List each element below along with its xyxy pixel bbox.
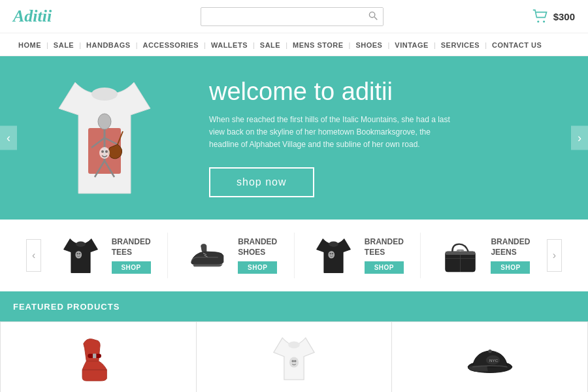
svg-point-19 xyxy=(79,253,80,254)
carousel-item-1-img xyxy=(58,233,104,278)
nav-vintage[interactable]: VINTAGE xyxy=(389,33,434,57)
nav-services[interactable]: SERVICES xyxy=(436,33,485,57)
hero-tshirt xyxy=(46,76,163,200)
nav-handbags[interactable]: HANDBAGS xyxy=(81,33,136,57)
svg-point-6 xyxy=(98,114,111,129)
hero-title: welcome to aditii xyxy=(209,78,562,106)
carousel-item-2-name: BRANDEDSHOES xyxy=(238,237,277,257)
featured-item-2-image xyxy=(268,332,320,387)
carousel-item-4-shop-btn[interactable]: SHOP xyxy=(491,261,530,274)
nav-home[interactable]: HOME xyxy=(13,33,46,57)
search-input[interactable] xyxy=(201,8,363,25)
carousel-item-4-info: BRANDEDJEENS SHOP xyxy=(491,237,530,274)
search-button[interactable] xyxy=(363,8,383,25)
svg-point-2 xyxy=(537,20,539,22)
svg-point-35 xyxy=(289,357,299,368)
carousel-item-3-info: BRANDEDTEES SHOP xyxy=(365,237,404,274)
nav-sale-1[interactable]: SALE xyxy=(48,33,79,57)
svg-rect-31 xyxy=(446,252,476,255)
svg-point-17 xyxy=(76,251,82,258)
tee-icon-2 xyxy=(312,235,355,277)
search-icon xyxy=(368,11,378,20)
cart-area[interactable]: $300 xyxy=(532,9,575,24)
svg-point-25 xyxy=(332,253,333,254)
nav-mens-store[interactable]: MENS STORE xyxy=(287,33,349,57)
hero-arrow-right[interactable]: › xyxy=(571,126,588,150)
svg-point-37 xyxy=(294,360,297,363)
svg-point-24 xyxy=(330,253,331,254)
svg-rect-33 xyxy=(93,353,96,358)
nav-sale-2[interactable]: SALE xyxy=(255,33,286,57)
carousel-item-2-img xyxy=(184,233,230,278)
carousel-item-3-img xyxy=(311,233,357,278)
carousel-item-1-name: BRANDEDTEES xyxy=(112,237,151,257)
carousel-item-2-shop-btn[interactable]: SHOP xyxy=(238,261,277,274)
cart-icon xyxy=(532,9,548,24)
bag-icon xyxy=(439,235,482,277)
carousel-item-4: BRANDEDJEENS SHOP xyxy=(421,233,547,278)
featured-item-2[interactable] xyxy=(197,322,392,392)
hero-banner: ‹ welcome to aditii xyxy=(0,56,588,220)
carousel-arrow-right[interactable]: › xyxy=(547,239,562,272)
svg-point-0 xyxy=(369,12,374,17)
featured-item-1-image xyxy=(72,332,124,387)
cart-amount: $300 xyxy=(553,11,575,22)
carousel-item-1-shop-btn[interactable]: SHOP xyxy=(112,261,151,274)
logo[interactable]: Aditii xyxy=(13,7,52,26)
svg-point-14 xyxy=(101,150,104,153)
svg-point-16 xyxy=(76,241,86,246)
svg-point-22 xyxy=(329,241,339,246)
hero-image xyxy=(26,76,183,200)
carousel-arrow-left[interactable]: ‹ xyxy=(26,239,41,272)
carousel-item-2: BRANDEDSHOES SHOP xyxy=(168,233,294,278)
nav-contact[interactable]: CONTACT US xyxy=(487,33,547,57)
carousel-item-3-shop-btn[interactable]: SHOP xyxy=(365,261,404,274)
hero-description: When she reached the first hills of the … xyxy=(209,114,451,152)
tee-icon-1 xyxy=(59,235,102,277)
hero-text-area: welcome to aditii When she reached the f… xyxy=(183,78,562,197)
carousel-item-1-info: BRANDEDTEES SHOP xyxy=(112,237,151,274)
carousel-item-2-info: BRANDEDSHOES SHOP xyxy=(238,237,277,274)
nav-wallets[interactable]: WALLETS xyxy=(206,33,253,57)
carousel-item-4-name: BRANDEDJEENS xyxy=(491,237,530,257)
svg-point-23 xyxy=(329,251,335,258)
search-bar xyxy=(201,7,384,26)
featured-item-3[interactable]: NYC xyxy=(392,322,587,392)
svg-text:NYC: NYC xyxy=(489,359,498,363)
svg-line-1 xyxy=(374,17,377,20)
shop-now-button[interactable]: shop now xyxy=(209,167,314,197)
carousel-items: BRANDEDTEES SHOP xyxy=(41,233,546,278)
svg-point-34 xyxy=(288,342,300,349)
hero-arrow-left[interactable]: ‹ xyxy=(0,126,17,150)
featured-grid: NYC xyxy=(0,321,588,392)
product-carousel: ‹ BRANDEDTEES SHOP xyxy=(0,220,588,291)
featured-item-3-image: NYC xyxy=(464,332,516,387)
svg-point-18 xyxy=(77,253,78,254)
carousel-item-1: BRANDEDTEES SHOP xyxy=(41,233,167,278)
featured-header: FEATURED PRODUCTS xyxy=(0,291,588,321)
svg-point-36 xyxy=(291,360,294,363)
carousel-item-4-img xyxy=(437,233,483,278)
carousel-item-3: BRANDEDTEES SHOP xyxy=(295,233,421,278)
svg-point-39 xyxy=(488,350,491,353)
svg-point-3 xyxy=(543,20,545,22)
svg-point-4 xyxy=(91,88,118,101)
featured-title: FEATURED PRODUCTS xyxy=(13,302,120,312)
shoes-icon xyxy=(186,235,229,277)
carousel-item-3-name: BRANDEDTEES xyxy=(365,237,404,257)
nav-accessories[interactable]: ACCESSORIES xyxy=(137,33,204,57)
svg-point-15 xyxy=(105,150,108,153)
nav-shoes[interactable]: SHOES xyxy=(350,33,387,57)
header: Aditii $300 xyxy=(0,0,588,33)
featured-item-1[interactable] xyxy=(1,322,196,392)
main-nav: HOME | SALE | HANDBAGS | ACCESSORIES | W… xyxy=(0,33,588,56)
